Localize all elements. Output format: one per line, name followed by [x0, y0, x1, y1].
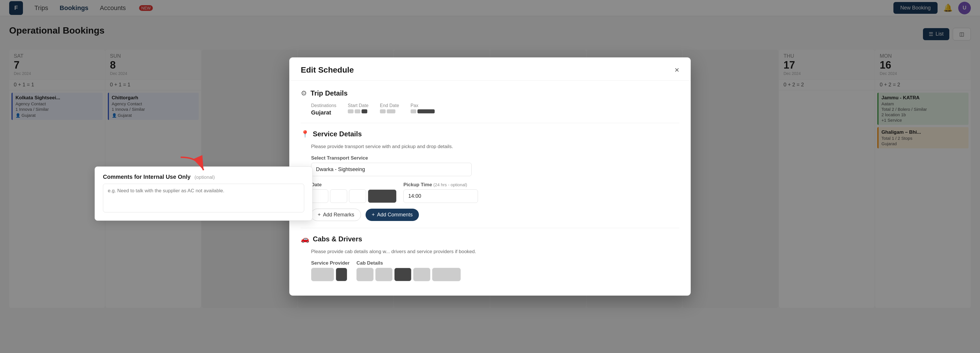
- date-dd-input[interactable]: [311, 189, 328, 203]
- cabs-form-row: Service Provider Cab Details: [311, 260, 679, 281]
- plus-icon-comments: +: [372, 212, 375, 218]
- add-comments-button[interactable]: + Add Comments: [366, 209, 419, 221]
- trip-details-grid: Destinations Gujarat Start Date End Date: [311, 103, 679, 116]
- action-buttons-row: + Add Remarks + Add Comments: [311, 209, 679, 221]
- cab-details-group: Cab Details: [356, 260, 461, 281]
- end-date-field: End Date: [380, 103, 399, 116]
- trip-details-section-header: ⚙ Trip Details: [301, 89, 679, 97]
- cab-d3-input[interactable]: [394, 268, 411, 281]
- divider-2: [301, 228, 679, 228]
- cabs-drivers-title: Cabs & Drivers: [313, 235, 362, 243]
- plus-icon-remarks: +: [318, 212, 321, 218]
- destinations-field: Destinations Gujarat: [311, 103, 336, 116]
- transport-form-row: Select Transport Service: [311, 155, 679, 176]
- sp-code-input[interactable]: [336, 268, 347, 281]
- location-icon: 📍: [301, 130, 309, 138]
- pax-field: Pax: [410, 103, 435, 116]
- settings-icon: ⚙: [301, 89, 307, 97]
- date-full-input[interactable]: [368, 189, 396, 203]
- car-icon: 🚗: [301, 235, 309, 243]
- cab-d5-input[interactable]: [432, 268, 461, 281]
- date-yy-input[interactable]: [349, 189, 366, 203]
- transport-service-group: Select Transport Service: [311, 155, 472, 176]
- pickup-time-group: Pickup Time (24 hrs - optional): [403, 182, 478, 203]
- comments-textarea[interactable]: [103, 184, 304, 212]
- service-details-title: Service Details: [313, 130, 362, 138]
- modal-header: Edit Schedule ×: [289, 58, 691, 81]
- cabs-drivers-description: Please provide cab details along w... dr…: [311, 249, 679, 254]
- pickup-time-input[interactable]: [403, 189, 478, 203]
- service-details-section-header: 📍 Service Details: [301, 130, 679, 138]
- cab-d2-input[interactable]: [375, 268, 393, 281]
- add-remarks-button[interactable]: + Add Remarks: [311, 209, 361, 221]
- transport-service-input[interactable]: [311, 163, 472, 176]
- red-arrow-indicator: [175, 154, 209, 177]
- edit-schedule-modal: Edit Schedule × ⚙ Trip Details Destinati…: [289, 58, 691, 295]
- date-mm-input[interactable]: [330, 189, 347, 203]
- modal-body: ⚙ Trip Details Destinations Gujarat Star…: [289, 81, 691, 295]
- date-group: Date: [311, 182, 396, 203]
- modal-title: Edit Schedule: [301, 65, 354, 75]
- sp-short-input[interactable]: [311, 268, 334, 281]
- cabs-drivers-section-header: 🚗 Cabs & Drivers: [301, 235, 679, 243]
- cab-d1-input[interactable]: [356, 268, 374, 281]
- service-provider-group: Service Provider: [311, 260, 350, 281]
- start-date-field: Start Date: [348, 103, 368, 116]
- date-time-form-row: Date Pickup Time (24 hrs - optional): [311, 182, 679, 203]
- modal-close-button[interactable]: ×: [675, 66, 679, 74]
- cab-d4-input[interactable]: [413, 268, 430, 281]
- service-details-description: Please provide transport service with an…: [311, 144, 679, 150]
- trip-details-title: Trip Details: [310, 89, 347, 97]
